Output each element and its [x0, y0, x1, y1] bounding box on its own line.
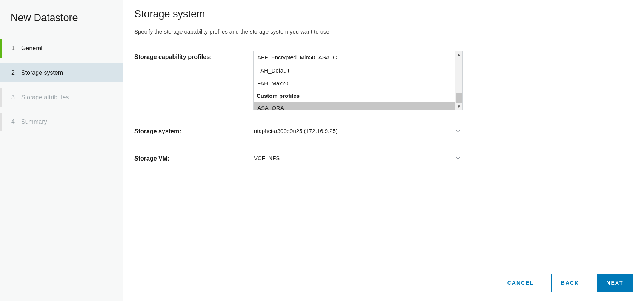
- scroll-down-icon[interactable]: ▼: [455, 103, 462, 110]
- dropdown-value: ntaphci-a300e9u25 (172.16.9.25): [254, 128, 338, 134]
- listbox-content: AFF_Encrypted_Min50_ASA_C FAH_Default FA…: [254, 51, 462, 110]
- storage-vm-dropdown[interactable]: VCF_NFS: [253, 152, 463, 164]
- step-number: 3: [11, 94, 19, 101]
- label-storage-profiles: Storage capability profiles:: [134, 51, 253, 60]
- row-storage-profiles: Storage capability profiles: AFF_Encrypt…: [134, 51, 633, 110]
- page-title: Storage system: [134, 8, 633, 20]
- profile-heading: Custom profiles: [254, 90, 462, 102]
- step-number: 4: [11, 119, 19, 125]
- row-storage-vm: Storage VM: VCF_NFS: [134, 152, 633, 164]
- profile-item[interactable]: FAH_Max20: [254, 77, 462, 90]
- scroll-thumb[interactable]: [456, 93, 462, 103]
- chevron-down-icon: [456, 155, 460, 161]
- listbox-scrollbar[interactable]: ▲ ▼: [455, 51, 462, 110]
- row-storage-system: Storage system: ntaphci-a300e9u25 (172.1…: [134, 125, 633, 137]
- step-number: 2: [11, 69, 19, 76]
- wizard-footer: CANCEL BACK NEXT: [498, 274, 633, 292]
- page-description: Specify the storage capability profiles …: [134, 28, 633, 35]
- step-label: Summary: [21, 119, 47, 125]
- step-label: Storage attributes: [21, 94, 69, 101]
- storage-profiles-listbox[interactable]: AFF_Encrypted_Min50_ASA_C FAH_Default FA…: [253, 51, 463, 110]
- sidebar: New Datastore 1 General 2 Storage system…: [0, 0, 123, 301]
- main-content: Storage system Specify the storage capab…: [123, 0, 644, 301]
- chevron-down-icon: [456, 128, 460, 134]
- profile-item[interactable]: FAH_Default: [254, 64, 462, 77]
- step-number: 1: [11, 45, 19, 52]
- scroll-up-icon[interactable]: ▲: [455, 51, 462, 58]
- step-summary: 4 Summary: [0, 113, 123, 131]
- profile-item-selected[interactable]: ASA_ORA: [254, 102, 462, 110]
- back-button[interactable]: BACK: [551, 274, 589, 292]
- profile-item[interactable]: AFF_Encrypted_Min50_ASA_C: [254, 51, 462, 64]
- dropdown-value: VCF_NFS: [254, 155, 280, 161]
- step-label: Storage system: [21, 69, 63, 76]
- step-general[interactable]: 1 General: [0, 39, 123, 58]
- step-storage-attributes: 3 Storage attributes: [0, 88, 123, 107]
- wizard-title: New Datastore: [0, 8, 123, 35]
- step-storage-system[interactable]: 2 Storage system: [0, 63, 123, 82]
- label-storage-system: Storage system:: [134, 125, 253, 135]
- cancel-button[interactable]: CANCEL: [498, 274, 543, 292]
- next-button[interactable]: NEXT: [597, 274, 633, 292]
- step-label: General: [21, 45, 43, 52]
- wizard-steps: 1 General 2 Storage system 3 Storage att…: [0, 39, 123, 131]
- storage-system-dropdown[interactable]: ntaphci-a300e9u25 (172.16.9.25): [253, 125, 463, 137]
- label-storage-vm: Storage VM:: [134, 152, 253, 162]
